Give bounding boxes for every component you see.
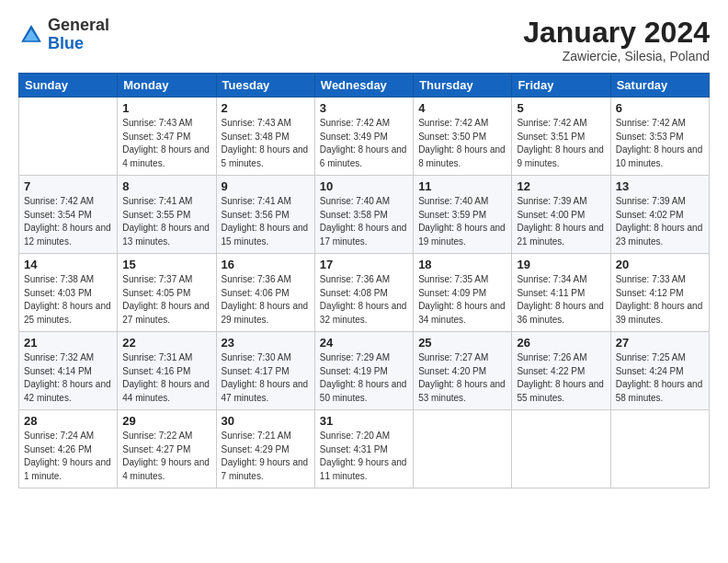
day-info: Sunrise: 7:42 AMSunset: 3:54 PMDaylight:… (24, 195, 112, 248)
day-info: Sunrise: 7:22 AMSunset: 4:27 PMDaylight:… (122, 430, 210, 483)
day-number: 7 (24, 179, 112, 193)
day-number: 18 (418, 258, 506, 271)
day-number: 3 (320, 101, 408, 115)
calendar-header-wednesday: Wednesday (314, 74, 413, 98)
day-info: Sunrise: 7:37 AMSunset: 4:05 PMDaylight:… (122, 273, 210, 327)
header: General Blue January 2024 Zawiercie, Sil… (18, 17, 710, 63)
day-info: Sunrise: 7:21 AMSunset: 4:29 PMDaylight:… (222, 430, 310, 483)
day-number: 12 (517, 179, 605, 193)
day-number: 10 (320, 179, 408, 193)
calendar-cell: 21Sunrise: 7:32 AMSunset: 4:14 PMDayligh… (19, 332, 118, 410)
calendar-header-saturday: Saturday (610, 74, 709, 98)
day-info: Sunrise: 7:43 AMSunset: 3:48 PMDaylight:… (222, 117, 310, 170)
calendar-cell: 9Sunrise: 7:41 AMSunset: 3:56 PMDaylight… (216, 176, 314, 254)
calendar-cell: 14Sunrise: 7:38 AMSunset: 4:03 PMDayligh… (19, 254, 118, 332)
day-info: Sunrise: 7:35 AMSunset: 4:09 PMDaylight:… (418, 273, 506, 327)
calendar-cell: 11Sunrise: 7:40 AMSunset: 3:59 PMDayligh… (414, 176, 512, 254)
location-title: Zawiercie, Silesia, Poland (523, 49, 710, 63)
day-number: 5 (517, 101, 605, 115)
day-info: Sunrise: 7:43 AMSunset: 3:47 PMDaylight:… (122, 117, 210, 170)
calendar-cell: 10Sunrise: 7:40 AMSunset: 3:58 PMDayligh… (314, 176, 413, 254)
day-info: Sunrise: 7:32 AMSunset: 4:14 PMDaylight:… (24, 351, 112, 405)
calendar-cell: 2Sunrise: 7:43 AMSunset: 3:48 PMDaylight… (216, 98, 314, 176)
day-info: Sunrise: 7:26 AMSunset: 4:22 PMDaylight:… (517, 351, 605, 405)
calendar-cell: 25Sunrise: 7:27 AMSunset: 4:20 PMDayligh… (414, 332, 512, 410)
day-number: 11 (418, 179, 506, 193)
calendar-header-thursday: Thursday (414, 74, 512, 98)
day-number: 6 (616, 101, 704, 115)
day-number: 14 (24, 258, 112, 271)
calendar-week-1: 1Sunrise: 7:43 AMSunset: 3:47 PMDaylight… (19, 98, 710, 176)
calendar-cell: 30Sunrise: 7:21 AMSunset: 4:29 PMDayligh… (216, 410, 314, 488)
calendar-cell (610, 410, 709, 488)
calendar-cell: 1Sunrise: 7:43 AMSunset: 3:47 PMDaylight… (118, 98, 216, 176)
day-info: Sunrise: 7:31 AMSunset: 4:16 PMDaylight:… (122, 351, 210, 405)
day-info: Sunrise: 7:39 AMSunset: 4:02 PMDaylight:… (616, 195, 704, 248)
calendar-cell: 17Sunrise: 7:36 AMSunset: 4:08 PMDayligh… (314, 254, 413, 332)
day-info: Sunrise: 7:42 AMSunset: 3:51 PMDaylight:… (517, 117, 605, 170)
day-number: 1 (122, 101, 210, 115)
day-info: Sunrise: 7:25 AMSunset: 4:24 PMDaylight:… (616, 351, 704, 405)
calendar-cell: 27Sunrise: 7:25 AMSunset: 4:24 PMDayligh… (610, 332, 709, 410)
day-number: 13 (616, 179, 704, 193)
day-number: 26 (517, 336, 605, 350)
calendar-week-5: 28Sunrise: 7:24 AMSunset: 4:26 PMDayligh… (19, 410, 710, 488)
day-info: Sunrise: 7:40 AMSunset: 3:58 PMDaylight:… (320, 195, 408, 248)
calendar-cell (512, 410, 610, 488)
day-number: 27 (616, 336, 704, 350)
day-number: 9 (222, 179, 310, 193)
day-number: 4 (418, 101, 506, 115)
day-info: Sunrise: 7:29 AMSunset: 4:19 PMDaylight:… (320, 351, 408, 405)
day-number: 19 (517, 258, 605, 271)
day-number: 2 (222, 101, 310, 115)
day-number: 21 (24, 336, 112, 350)
calendar-cell: 6Sunrise: 7:42 AMSunset: 3:53 PMDaylight… (610, 98, 709, 176)
day-number: 25 (418, 336, 506, 350)
calendar-week-2: 7Sunrise: 7:42 AMSunset: 3:54 PMDaylight… (19, 176, 710, 254)
day-info: Sunrise: 7:30 AMSunset: 4:17 PMDaylight:… (222, 351, 310, 405)
calendar-cell: 5Sunrise: 7:42 AMSunset: 3:51 PMDaylight… (512, 98, 610, 176)
day-info: Sunrise: 7:41 AMSunset: 3:55 PMDaylight:… (122, 195, 210, 248)
day-info: Sunrise: 7:42 AMSunset: 3:49 PMDaylight:… (320, 117, 408, 170)
calendar-cell (414, 410, 512, 488)
calendar-cell: 15Sunrise: 7:37 AMSunset: 4:05 PMDayligh… (118, 254, 216, 332)
calendar-cell: 28Sunrise: 7:24 AMSunset: 4:26 PMDayligh… (19, 410, 118, 488)
day-number: 20 (616, 258, 704, 271)
calendar-header-sunday: Sunday (19, 74, 118, 98)
logo-blue-text: Blue (48, 34, 84, 52)
calendar-header-friday: Friday (512, 74, 610, 98)
day-number: 17 (320, 258, 408, 271)
day-info: Sunrise: 7:33 AMSunset: 4:12 PMDaylight:… (616, 273, 704, 327)
calendar-header-monday: Monday (118, 74, 216, 98)
calendar-cell: 31Sunrise: 7:20 AMSunset: 4:31 PMDayligh… (314, 410, 413, 488)
calendar-week-4: 21Sunrise: 7:32 AMSunset: 4:14 PMDayligh… (19, 332, 710, 410)
day-number: 8 (122, 179, 210, 193)
day-number: 16 (222, 258, 310, 271)
calendar-cell: 20Sunrise: 7:33 AMSunset: 4:12 PMDayligh… (610, 254, 709, 332)
calendar-cell: 29Sunrise: 7:22 AMSunset: 4:27 PMDayligh… (118, 410, 216, 488)
calendar-cell: 22Sunrise: 7:31 AMSunset: 4:16 PMDayligh… (118, 332, 216, 410)
calendar-week-3: 14Sunrise: 7:38 AMSunset: 4:03 PMDayligh… (19, 254, 710, 332)
day-info: Sunrise: 7:36 AMSunset: 4:08 PMDaylight:… (320, 273, 408, 327)
day-number: 29 (122, 414, 210, 428)
logo-icon (18, 22, 44, 48)
day-info: Sunrise: 7:20 AMSunset: 4:31 PMDaylight:… (320, 430, 408, 483)
day-info: Sunrise: 7:38 AMSunset: 4:03 PMDaylight:… (24, 273, 112, 327)
day-number: 28 (24, 414, 112, 428)
day-number: 30 (222, 414, 310, 428)
day-info: Sunrise: 7:41 AMSunset: 3:56 PMDaylight:… (222, 195, 310, 248)
calendar-cell (19, 98, 118, 176)
logo: General Blue (18, 17, 109, 53)
calendar-cell: 8Sunrise: 7:41 AMSunset: 3:55 PMDaylight… (118, 176, 216, 254)
calendar-table: SundayMondayTuesdayWednesdayThursdayFrid… (18, 73, 710, 488)
calendar-cell: 19Sunrise: 7:34 AMSunset: 4:11 PMDayligh… (512, 254, 610, 332)
calendar-cell: 4Sunrise: 7:42 AMSunset: 3:50 PMDaylight… (414, 98, 512, 176)
day-info: Sunrise: 7:39 AMSunset: 4:00 PMDaylight:… (517, 195, 605, 248)
day-number: 15 (122, 258, 210, 271)
calendar-cell: 7Sunrise: 7:42 AMSunset: 3:54 PMDaylight… (19, 176, 118, 254)
day-info: Sunrise: 7:27 AMSunset: 4:20 PMDaylight:… (418, 351, 506, 405)
calendar-cell: 3Sunrise: 7:42 AMSunset: 3:49 PMDaylight… (314, 98, 413, 176)
day-info: Sunrise: 7:34 AMSunset: 4:11 PMDaylight:… (517, 273, 605, 327)
day-info: Sunrise: 7:42 AMSunset: 3:53 PMDaylight:… (616, 117, 704, 170)
title-block: January 2024 Zawiercie, Silesia, Poland (523, 17, 710, 63)
